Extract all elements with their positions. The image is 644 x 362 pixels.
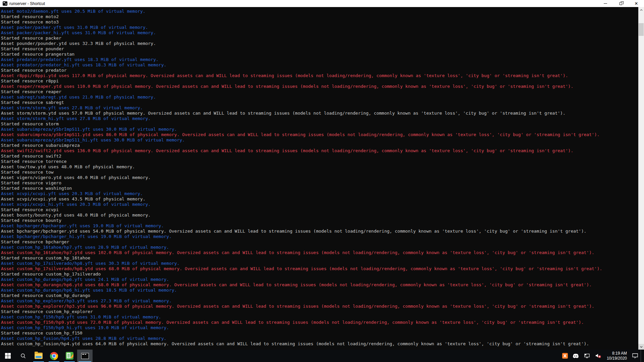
console-line: Asset subaruimpreza/ySbrImpS11.yft uses … — [1, 127, 638, 132]
network-icon — [584, 353, 590, 359]
search-button[interactable] — [15, 350, 31, 362]
tray-volume[interactable] — [593, 350, 604, 362]
console-line: Asset predator/predator.yft uses 18.3 Mi… — [1, 57, 638, 62]
console-line: Asset swift2/swift2.ytd uses 136.0 MiB o… — [1, 148, 638, 154]
chevron-down-icon — [640, 346, 643, 348]
scroll-up-button[interactable] — [638, 7, 644, 13]
console-line: Asset custom_hp_explorer/hp3.yft uses 27… — [1, 298, 638, 304]
console-line: Started resource custom_hp_f150 — [1, 330, 638, 336]
console-line: Started resource reaper — [1, 89, 638, 95]
console-line: Started resource torrence — [1, 159, 638, 164]
console-line: Asset predator/predator_hi.yft uses 18.3… — [1, 62, 638, 68]
start-button[interactable] — [0, 350, 15, 362]
console-line: Started resource prangerstan — [1, 52, 638, 57]
close-icon: ✕ — [635, 1, 638, 6]
console-line: Started resource bpcharger — [1, 239, 638, 245]
console-line: Asset sabregt/sabregt.ytd uses 21.0 MiB … — [1, 95, 638, 100]
console-line: Started resource packer — [1, 36, 638, 41]
console-line: Asset bounty/bounty.ytd uses 48.0 MiB of… — [1, 213, 638, 218]
taskbar-file-explorer[interactable] — [31, 350, 46, 362]
console-window-icon — [81, 353, 89, 359]
console-line: Asset custom_hp_f150/hp9.yft uses 31.0 M… — [1, 314, 638, 320]
window-title: runserver - Shortcut — [9, 1, 45, 6]
console-line: Asset xcvpi/xcvpi.ytd uses 43.5 MiB of p… — [1, 196, 638, 202]
discord-icon — [573, 353, 579, 359]
console-line: Asset storm/storm.ytd uses 57.0 MiB of p… — [1, 111, 638, 116]
action-center-icon — [632, 353, 638, 359]
taskbar-command-prompt[interactable] — [77, 350, 93, 362]
console-line: Asset packer/packer_hi.yft uses 31.0 MiB… — [1, 30, 638, 36]
console-line: Asset custom_hp_fusion/hp4.ytd uses 64.0… — [1, 341, 638, 347]
console-line: Started resource sabregt — [1, 100, 638, 105]
console-line: Started resource vigero — [1, 180, 638, 186]
console-line: Asset xcvpi/xcvpi_hi.yft uses 20.3 MiB o… — [1, 202, 638, 207]
console-line: Started resource custom_hp_durango — [1, 293, 638, 298]
console-line: Asset custom_hp_explorer/hp3.ytd uses 96… — [1, 304, 638, 309]
taskbar-notepad-editor[interactable] — [62, 350, 77, 362]
console-line: Asset custom_hp_fusion/hp4.yft uses 28.8… — [1, 336, 638, 341]
tray-discord[interactable] — [570, 350, 581, 362]
show-desktop-button[interactable] — [641, 350, 644, 362]
console-line: Started resource predator — [1, 68, 638, 73]
console-line: Asset moto2/daemon.yft uses 20.5 MiB of … — [1, 9, 638, 14]
scroll-down-button[interactable] — [638, 344, 644, 350]
console-line: Asset custom_hp_f150/hp9.ytd uses 72.0 M… — [1, 320, 638, 325]
console-line: Asset custom_hp_16tahoe/hp7.ytd uses 102… — [1, 250, 638, 255]
console-line: Asset tow/tow.ytd uses 48.0 MiB of physi… — [1, 164, 638, 170]
console-line: Started resource custom_hp_16tahoe — [1, 255, 638, 261]
taskbar-clock[interactable]: 8:19 AM 10/19/2020 — [604, 350, 630, 362]
console-line: Asset custom_hp_16tahoe/hp7.yft uses 28.… — [1, 245, 638, 250]
vertical-scrollbar[interactable] — [638, 7, 644, 350]
console-line: Started resource washington — [1, 186, 638, 191]
console-output: Asset moto2/daemon.yft uses 20.5 MiB of … — [0, 7, 638, 350]
close-button[interactable]: ✕ — [629, 0, 644, 7]
console-line: Started resource bounty — [1, 218, 638, 223]
console-line: Asset pounder/pounder.ytd uses 32.3 MiB … — [1, 41, 638, 46]
console-line: Asset bpcharger/bpcharger.ytd uses 54.0 … — [1, 229, 638, 234]
restore-icon — [620, 2, 622, 5]
console-line: Asset subaruimpreza/ySbrImpS11_hi.yft us… — [1, 137, 638, 143]
taskbar: X 8:19 AM 10/19/2020 — [0, 350, 644, 362]
folder-icon — [35, 353, 43, 359]
console-line: Started resource swift2 — [1, 154, 638, 159]
xampp-icon: X — [562, 353, 568, 359]
console-line: Started resource storm — [1, 121, 638, 127]
clock-time: 8:19 AM — [612, 351, 627, 356]
console-line: Started resource subaruimpreza — [1, 143, 638, 148]
console-line: Asset xcvpi/xcvpi.yft uses 20.3 MiB of v… — [1, 191, 638, 196]
console-line: Asset packer/packer.yft uses 31.0 MiB of… — [1, 25, 638, 30]
console-line: Started resource pounder — [1, 46, 638, 52]
console-window: Asset moto2/daemon.yft uses 20.5 MiB of … — [0, 7, 644, 350]
scrollbar-thumb[interactable] — [639, 23, 644, 36]
console-line: Asset vigero/vigero.ytd uses 40.0 MiB of… — [1, 175, 638, 180]
console-line: Started resource xcvpi — [1, 207, 638, 213]
tray-network[interactable] — [581, 350, 593, 362]
console-line: Started resource moto3 — [1, 19, 638, 25]
chrome-icon — [50, 352, 58, 360]
speaker-muted-icon — [595, 353, 602, 359]
console-line: Asset custom_hp_durango/hp6.ytd uses 68.… — [1, 282, 638, 288]
tray-xampp[interactable]: X — [560, 350, 570, 362]
console-line: Asset custom_hp_durango/hp6.yft uses 24.… — [1, 277, 638, 282]
action-center-button[interactable] — [630, 350, 641, 362]
console-line: Started resource custom_hp_17silverado — [1, 272, 638, 277]
console-line: Asset custom_hp_f150/hp9_hi.yft uses 19.… — [1, 325, 638, 330]
taskbar-chrome[interactable] — [46, 350, 62, 362]
console-line: Started resource moto2 — [1, 14, 638, 19]
console-line: Asset storm/storm_hi.yft uses 27.8 MiB o… — [1, 116, 638, 121]
title-bar[interactable]: runserver - Shortcut ✕ — [0, 0, 644, 7]
restore-button[interactable] — [613, 0, 629, 7]
console-line: Asset custom_hp_durango/hp6_hi.yft uses … — [1, 288, 638, 293]
console-line: Started resource tow — [1, 170, 638, 175]
notepad-editor-icon — [66, 352, 73, 360]
console-line: Started resource r8ppi — [1, 78, 638, 84]
console-line: Asset custom_hp_17silverado/hp8.yft uses… — [1, 261, 638, 266]
clock-date: 10/19/2020 — [607, 356, 627, 361]
minimize-button[interactable] — [598, 0, 613, 7]
console-line: Asset subaruimpreza/ySbrImpS11.ytd uses … — [1, 132, 638, 137]
windows-logo-icon — [5, 353, 11, 359]
cmd-window-icon — [3, 1, 7, 6]
chevron-up-icon — [640, 9, 643, 11]
console-line: Asset bpcharger/bpcharger_hi.yft uses 19… — [1, 234, 638, 239]
console-line: Asset reaper/reaper.ytd uses 110.0 MiB o… — [1, 84, 638, 89]
